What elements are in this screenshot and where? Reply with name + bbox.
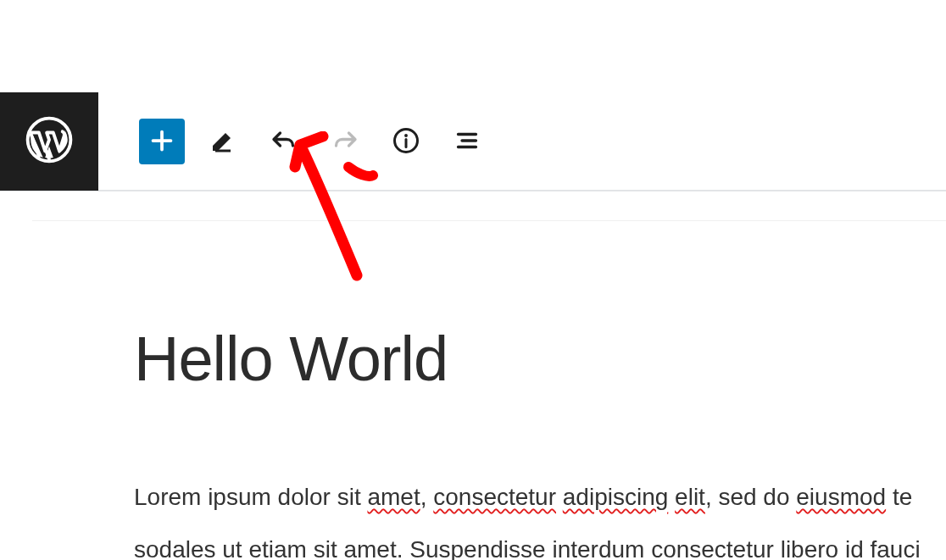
editor-content: Hello World Lorem ipsum dolor sit amet, … — [32, 220, 946, 560]
list-outline-icon — [452, 125, 482, 158]
undo-icon — [269, 125, 299, 158]
svg-point-2 — [404, 134, 408, 137]
undo-button[interactable] — [261, 119, 307, 164]
info-icon — [391, 125, 421, 158]
redo-icon — [330, 125, 360, 158]
editor-topbar — [0, 93, 946, 191]
toolbar-buttons — [139, 119, 490, 164]
info-button[interactable] — [383, 119, 429, 164]
outline-button[interactable] — [444, 119, 490, 164]
wordpress-icon — [25, 115, 74, 168]
post-body[interactable]: Lorem ipsum dolor sit amet, consectetur … — [134, 471, 946, 560]
plus-icon — [147, 125, 177, 158]
post-title[interactable]: Hello World — [134, 323, 946, 395]
edit-mode-button[interactable] — [200, 119, 246, 164]
pencil-icon — [208, 125, 238, 158]
wordpress-logo-button[interactable] — [0, 92, 98, 191]
add-block-button[interactable] — [139, 119, 185, 164]
redo-button[interactable] — [322, 119, 368, 164]
